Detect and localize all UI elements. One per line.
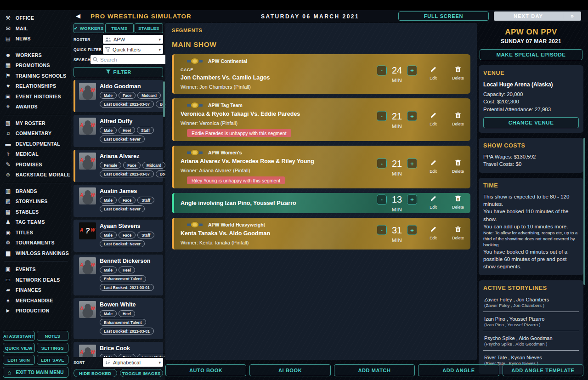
settings-button[interactable]: SETTINGS [37, 343, 69, 353]
sidebar-item-medical[interactable]: ⚕ MEDICAL [0, 149, 71, 159]
segment-card[interactable]: APW World Heavyweight Kenta Tanaka Vs. A… [172, 218, 470, 250]
minutes-increase-button[interactable]: + [407, 65, 417, 75]
sidebar-item-production[interactable]: ► PRODUCTION [0, 306, 71, 316]
add-angle-button[interactable]: ADD ANGLE [418, 364, 499, 376]
tab-stables[interactable]: STABLES [135, 23, 163, 33]
add-angle-template-button[interactable]: ADD ANGLE TEMPLATE [503, 364, 583, 376]
edit-save-button[interactable]: EDIT SAVE [37, 355, 69, 365]
segment-card[interactable]: APW Continental CAGE Jon Chambers Vs. Ca… [172, 54, 470, 94]
minutes-increase-button[interactable]: + [407, 225, 417, 235]
toggle-images-button[interactable]: TOGGLE IMAGES [120, 369, 164, 377]
worker-list-item-bennett-dickerson[interactable]: A W Bennett Dickerson MaleHeelEnhancemen… [74, 255, 163, 295]
make-special-episode-button[interactable]: MAKE SPECIAL EPISODE [480, 49, 582, 60]
worker-list-item-alfred-duffy[interactable]: A W Alfred Duffy MaleHeelStaffLast Booke… [74, 115, 163, 147]
sidebar-item-network-deals[interactable]: ▭ NETWORK DEALS [0, 275, 71, 285]
hide-booked-button[interactable]: HIDE BOOKED [74, 369, 117, 377]
minutes-increase-button[interactable]: + [407, 159, 417, 169]
edit-segment-button[interactable]: Edit [424, 111, 442, 126]
sidebar-item-label: AWARDS [16, 104, 38, 109]
sidebar-item-promotions[interactable]: ▦ PROMOTIONS [0, 60, 71, 71]
sidebar-item-brands[interactable]: ▥ BRANDS [0, 186, 71, 197]
minutes-increase-button[interactable]: + [407, 194, 417, 204]
show-date: SUNDAY 07 MAR 2021 [479, 38, 583, 45]
minutes-decrease-button[interactable]: - [377, 225, 387, 235]
worker-tag-chip: Heel [119, 127, 135, 134]
sidebar-item-merchandise[interactable]: ♠ MERCHANDISE [0, 295, 71, 306]
ai-book-button[interactable]: AI BOOK [249, 364, 330, 376]
sidebar-item-my-roster[interactable]: ▧ MY ROSTER [0, 118, 71, 129]
developmental-icon: ▬ [4, 141, 12, 147]
exit-to-main-menu-button[interactable]: ⌂ EXIT TO MAIN MENU [3, 367, 68, 378]
minutes-decrease-button[interactable]: - [377, 111, 387, 121]
edit-segment-button[interactable]: Edit [424, 225, 442, 240]
quick-filter-value: Quick Filters [113, 47, 141, 52]
sidebar-item-storylines[interactable]: ▨ STORYLINES [0, 196, 71, 207]
sidebar-item-tag-teams[interactable]: ♟ TAG TEAMS [0, 217, 71, 227]
segment-card[interactable]: Angle involving Izan Pino, Youssef Pizar… [172, 193, 470, 213]
right-panel-scrollbar[interactable] [583, 138, 585, 285]
worker-list-item-aldo-goodman[interactable]: A W Aldo Goodman MaleFaceMidcardLast Boo… [74, 80, 163, 112]
back-icon[interactable]: ◀ [76, 12, 80, 19]
storyline-item[interactable]: Izan Pino , Youssef Pizarro (Izan Pino ,… [483, 312, 579, 331]
delete-segment-button[interactable]: Delete [449, 225, 467, 240]
minutes-decrease-button[interactable]: - [377, 194, 387, 204]
auto-book-button[interactable]: AUTO BOOK [165, 364, 246, 376]
sidebar-item-event-histories[interactable]: ▣ EVENT HISTORIES [0, 91, 71, 102]
sidebar-item-backstage-morale[interactable]: ☺ BACKSTAGE MORALE [0, 170, 71, 180]
worker-list-item-ayaan-stevens[interactable]: A W ? Ayaan Stevens MaleFaceStaffLast Bo… [74, 220, 163, 252]
edit-segment-button[interactable]: Edit [424, 158, 442, 173]
worker-list-scrollbar[interactable] [163, 81, 165, 117]
info-line: You have booked 110 minutes of the show. [483, 208, 579, 223]
storyline-item[interactable]: Zavier Foley , Jon Chambers (Zavier Fole… [483, 293, 579, 312]
sidebar-item-tournaments[interactable]: ⚙ TOURNAMENTS [0, 238, 71, 248]
full-screen-button[interactable]: FULL SCREEN [398, 11, 489, 21]
sidebar-item-commentary[interactable]: ♫ COMMENTARY [0, 128, 71, 139]
notes-button[interactable]: NOTES [37, 331, 69, 341]
sidebar-item-win-loss-rankings[interactable]: ▆ WIN/LOSS RANKINGS [0, 248, 71, 259]
sidebar-item-relationships[interactable]: ♥ RELATIONSHIPS [0, 81, 71, 91]
storyline-item[interactable]: Psycho Spike , Aldo Goodman (Psycho Spik… [483, 331, 579, 351]
worker-list-item-brice-cook[interactable]: A W Brice Cook MaleFaceLower MidcardLast… [74, 342, 163, 357]
minutes-increase-button[interactable]: + [407, 111, 417, 121]
segment-card[interactable]: APW Women's Ariana Alvarez Vs. Mercedes … [172, 146, 470, 188]
quick-filter-select[interactable]: Quick Filters ▾ [103, 45, 163, 54]
finances-icon: ▰ [4, 287, 12, 293]
worker-list-item-bowen-white[interactable]: A W Bowen White MaleHeelEnhancement Tale… [74, 298, 163, 339]
tab-workers[interactable]: ✔ WORKERS [74, 23, 104, 33]
ai-assistant-button[interactable]: AI ASSISTANT [3, 331, 35, 341]
edit-segment-button[interactable]: Edit [424, 65, 442, 80]
minutes-decrease-button[interactable]: - [377, 159, 387, 169]
sidebar-item-training-schools[interactable]: ⚑ TRAINING SCHOOLS [0, 71, 71, 81]
edit-segment-button[interactable]: Edit [424, 194, 442, 210]
sidebar-item-office[interactable]: ⚒ OFFICE [0, 13, 71, 23]
worker-tag-chip: Male [100, 354, 117, 357]
sidebar-item-finances[interactable]: ▰ FINANCES [0, 285, 71, 295]
next-day-button[interactable]: NEXT DAY » [494, 11, 581, 21]
sidebar-item-events[interactable]: ▣ EVENTS [0, 264, 71, 275]
delete-segment-button[interactable]: Delete [449, 158, 467, 173]
tab-teams[interactable]: TEAMS [105, 23, 134, 33]
sidebar-item-news[interactable]: ▤ NEWS [0, 34, 71, 44]
edit-skin-button[interactable]: EDIT SKIN [3, 355, 35, 365]
sidebar-item-stables[interactable]: ▩ STABLES [0, 207, 71, 217]
filter-button[interactable]: FILTER [74, 67, 163, 77]
delete-segment-button[interactable]: Delete [449, 194, 467, 210]
sidebar-item-titles[interactable]: ◉ TITLES [0, 227, 71, 238]
sidebar-item-workers[interactable]: ☻ WORKERS [0, 50, 71, 61]
delete-segment-button[interactable]: Delete [449, 111, 467, 126]
minutes-decrease-button[interactable]: - [377, 65, 387, 75]
segment-card[interactable]: APW Tag Team Veronica & Ryoko Takagi Vs.… [172, 98, 470, 141]
delete-segment-button[interactable]: Delete [449, 65, 467, 80]
worker-list-item-ariana-alvarez[interactable]: A W Ariana Alvarez FemaleFaceMidcardLast… [74, 150, 163, 182]
sidebar-item-developmental[interactable]: ▬ DEVELOPMENTAL [0, 139, 71, 149]
worker-list-item-austin-james[interactable]: A W Austin James MaleFaceStaffLast Booke… [74, 185, 163, 217]
quick-view-button[interactable]: QUICK VIEW [3, 343, 35, 353]
sidebar-item-mail[interactable]: ✉ MAIL [0, 23, 71, 34]
add-match-button[interactable]: ADD MATCH [334, 364, 415, 376]
sidebar-item-awards[interactable]: ⚜ AWARDS [0, 102, 71, 112]
roster-select[interactable]: APW ▾ [103, 35, 163, 44]
change-venue-button[interactable]: CHANGE VENUE [483, 117, 579, 128]
search-input[interactable] [100, 57, 171, 62]
sort-select[interactable]: Alphabetical ▾ [103, 358, 163, 367]
sidebar-item-promises[interactable]: ✎ PROMISES [0, 159, 71, 170]
